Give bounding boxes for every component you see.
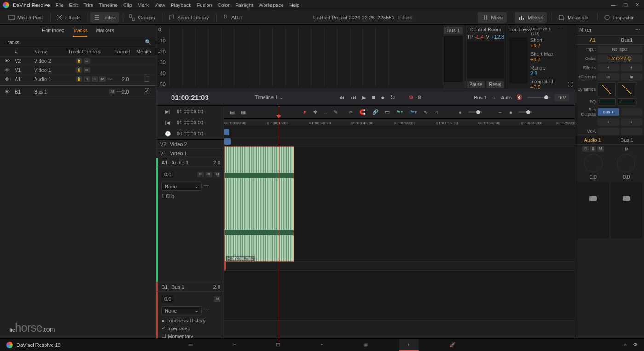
deliver-page-icon[interactable]: 🚀 <box>441 339 464 351</box>
sound-library-button[interactable]: Sound Library <box>164 12 213 23</box>
clock-icon[interactable]: 🕐 <box>165 131 170 137</box>
mixer-toggle[interactable]: Mixer <box>478 12 507 23</box>
timeline-canvas[interactable]: ▤ ▦ ➤ ✥ ⎵ ✎ ✂ 🧲 🔗 ▭ ⚑▾ ⚑▾ ∿ ⤭ ● ↔ <box>224 106 575 342</box>
groups-button[interactable]: Groups <box>125 12 158 23</box>
tab-edit-index[interactable]: Edit Index <box>42 28 64 37</box>
solo-button[interactable]: S <box>590 146 596 152</box>
check-icon[interactable]: ✓ <box>161 325 166 331</box>
loop-button[interactable]: ↻ <box>390 94 395 101</box>
track-header-b1[interactable]: B1Bus 12.0 <box>156 282 224 292</box>
visibility-icon[interactable]: 👁 <box>5 89 15 94</box>
track-header-v2[interactable]: V2Video 2 <box>156 140 224 149</box>
move-tool-icon[interactable]: ✥ <box>313 109 317 115</box>
lock-icon[interactable]: 🔒 <box>76 76 82 82</box>
lock-icon[interactable]: 🔒 <box>76 58 82 64</box>
menu-help[interactable]: Help <box>289 2 300 8</box>
expand-icon[interactable]: ⛶ <box>568 82 573 87</box>
mute-icon[interactable]: 🔇 <box>516 94 523 100</box>
inspector-toggle[interactable]: Inspector <box>600 12 638 23</box>
close-icon[interactable]: ✕ <box>635 2 639 8</box>
pan-knob-a1[interactable] <box>584 154 603 172</box>
timeline-row-v1[interactable] <box>224 137 575 146</box>
channel-bus1[interactable]: Bus1 <box>610 36 644 45</box>
layout-icon[interactable]: ▤ <box>230 109 235 115</box>
track-row-a1[interactable]: 👁 A1 Audio 1 🔒 R S M 〰 2.0 <box>0 75 156 84</box>
meters-toggle[interactable]: Meters <box>515 12 547 23</box>
fairlight-page-icon[interactable]: ♪ <box>399 339 419 351</box>
dynamics-graph-a1[interactable] <box>598 82 616 96</box>
color-page-icon[interactable]: ◉ <box>355 339 376 351</box>
fader-handle[interactable] <box>623 196 630 201</box>
flag-icon[interactable]: ⚑▾ <box>396 109 403 115</box>
record-button[interactable]: R <box>582 146 589 152</box>
track-row-bus1[interactable]: 👁 B1 Bus 1 M 〰 2.0 <box>0 87 156 96</box>
dim-button[interactable]: DIM <box>555 94 569 101</box>
busout-bus1[interactable] <box>621 108 643 116</box>
minimize-icon[interactable]: — <box>611 2 616 8</box>
automation-dropdown[interactable]: None⌄ <box>161 306 202 315</box>
busout-a1[interactable]: Bus 1 <box>598 108 619 116</box>
pencil-tool-icon[interactable]: ✎ <box>334 109 338 115</box>
curve-icon[interactable]: 〰 <box>107 76 112 82</box>
go-start-icon[interactable]: |◀ <box>165 120 170 126</box>
tab-markers[interactable]: Markers <box>96 28 114 37</box>
timeline-selector[interactable]: Timeline 1 ⌄ <box>255 94 283 100</box>
timeline-row-a1[interactable]: Filehorse.mp3 <box>224 146 575 262</box>
zoom-slider[interactable] <box>468 111 482 113</box>
radio-icon[interactable]: ● <box>161 318 165 323</box>
edit-page-icon[interactable]: ⊟ <box>268 339 288 351</box>
menu-workspace[interactable]: Workspace <box>259 2 284 8</box>
menu-trim[interactable]: Trim <box>83 2 93 8</box>
media-pool-button[interactable]: Media Pool <box>5 12 46 23</box>
playhead[interactable] <box>279 106 279 342</box>
adr-button[interactable]: ADR <box>218 12 246 23</box>
resize-icon[interactable]: ↔ <box>498 110 503 115</box>
track-header-v1[interactable]: V1Video 1 <box>156 149 224 158</box>
fader-handle[interactable] <box>589 196 597 201</box>
mute-button[interactable]: M <box>625 147 628 151</box>
clip-icon[interactable]: ▭ <box>84 67 90 73</box>
solo-button[interactable]: S <box>206 172 212 177</box>
index-button[interactable]: Index <box>90 12 119 23</box>
audio-clip[interactable]: Filehorse.mp3 <box>224 146 294 262</box>
mute-button[interactable]: M <box>214 296 220 302</box>
video-clip[interactable] <box>224 138 231 145</box>
maximize-icon[interactable]: ▢ <box>623 2 628 8</box>
curve-icon[interactable]: 〰 <box>204 183 209 188</box>
visibility-icon[interactable]: 👁 <box>5 58 15 64</box>
track-row-v1[interactable]: 👁 V1 Video 1 🔒▭ <box>0 65 156 75</box>
video-clip[interactable] <box>224 129 229 135</box>
marker-menu-icon[interactable]: ▭ <box>385 109 390 115</box>
fader-a1[interactable] <box>577 182 609 239</box>
fader-bus1[interactable] <box>611 182 643 239</box>
input-select[interactable]: No Input <box>598 46 642 53</box>
channel-a1[interactable]: A1 <box>575 36 610 45</box>
metadata-toggle[interactable]: Metadata <box>555 12 592 23</box>
crossfade-icon[interactable]: ⤭ <box>434 109 438 115</box>
automation-icon[interactable]: ⚙ <box>409 94 414 100</box>
curve-icon[interactable]: 〰 <box>204 307 209 313</box>
prev-button[interactable]: ⏮ <box>339 94 345 101</box>
automation-settings-icon[interactable]: ⚙ <box>417 94 422 100</box>
play-button[interactable]: ▶ <box>362 94 366 101</box>
timeline-row-b1-lane[interactable] <box>224 271 575 321</box>
cut-page-icon[interactable]: ✂ <box>224 339 245 351</box>
zoom-out-icon[interactable]: ● <box>459 110 462 115</box>
record-button[interactable]: ● <box>381 94 385 101</box>
razor-tool-icon[interactable]: ✂ <box>349 109 353 115</box>
level-value[interactable]: 0.0 <box>161 171 174 178</box>
effectsin-bus1[interactable]: In <box>621 73 643 81</box>
range-tool-icon[interactable]: ⎵ <box>324 110 327 115</box>
vca-a1[interactable] <box>598 128 619 135</box>
stop-button[interactable]: ■ <box>372 94 375 101</box>
go-end-icon[interactable]: ▶| <box>165 109 170 115</box>
add-busout-bus1[interactable]: + <box>621 118 643 126</box>
visibility-icon[interactable]: 👁 <box>5 67 15 73</box>
link-icon[interactable]: 🔗 <box>372 109 379 115</box>
effects-button[interactable]: Effects <box>52 12 84 23</box>
menu-mark[interactable]: Mark <box>138 2 149 8</box>
more-icon[interactable]: ⋯ <box>558 27 563 36</box>
tab-tracks[interactable]: Tracks <box>73 28 88 37</box>
mute-button[interactable]: M <box>99 76 106 82</box>
lock-icon[interactable]: 🔒 <box>76 67 82 73</box>
